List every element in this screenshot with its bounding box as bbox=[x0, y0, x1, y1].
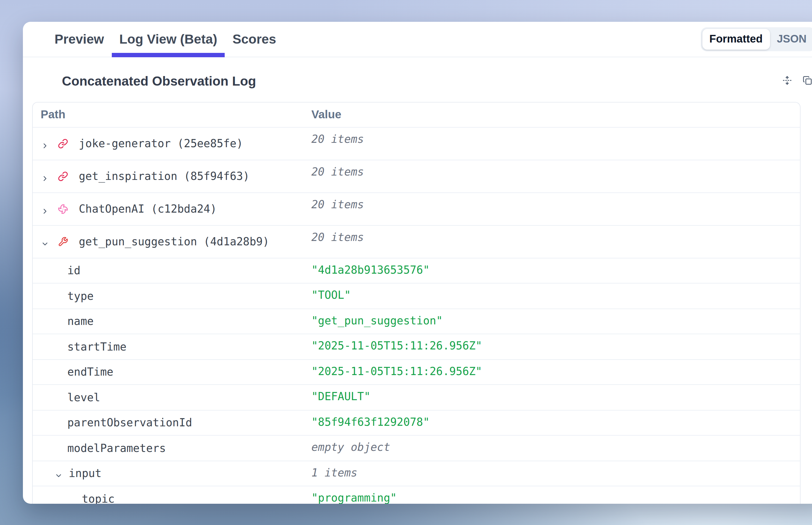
path-cell: input bbox=[32, 461, 311, 486]
trace-detail-panel: Preview Log View (Beta) Scores Formatted… bbox=[23, 22, 812, 504]
panel-header: Concatenated Observation Log bbox=[23, 57, 812, 89]
value-cell: "85f94f63f1292078" bbox=[311, 410, 800, 435]
value-cell: 20 items bbox=[311, 193, 800, 225]
table-row: parentObservationId"85f94f63f1292078" bbox=[32, 410, 800, 435]
chevron-down-icon[interactable] bbox=[41, 237, 49, 245]
tab-log-view[interactable]: Log View (Beta) bbox=[112, 22, 225, 57]
path-cell: topic bbox=[32, 486, 311, 504]
path-label: type bbox=[67, 289, 93, 303]
value-cell: 20 items bbox=[311, 160, 800, 192]
table-row[interactable]: get_pun_suggestion (4d1a28b9)20 items bbox=[32, 225, 800, 258]
value-cell: 1 items bbox=[311, 461, 800, 486]
path-label: modelParameters bbox=[67, 441, 166, 455]
path-label: input bbox=[69, 467, 101, 480]
path-label: get_inspiration (85f94f63) bbox=[79, 169, 250, 183]
table-row[interactable]: ChatOpenAI (c12bda24)20 items bbox=[32, 192, 800, 225]
observation-log-table: Path Value joke-generator (25ee85fe)20 i… bbox=[32, 102, 800, 504]
table-row: type"TOOL" bbox=[32, 283, 800, 308]
path-label: parentObservationId bbox=[67, 416, 192, 429]
column-header-value: Value bbox=[311, 108, 800, 121]
path-label: startTime bbox=[67, 340, 127, 353]
panel-title: Concatenated Observation Log bbox=[62, 73, 256, 89]
path-label: endTime bbox=[67, 365, 114, 379]
value-cell: "programming" bbox=[311, 486, 800, 504]
path-cell: startTime bbox=[32, 334, 311, 359]
toggle-formatted[interactable]: Formatted bbox=[702, 29, 770, 50]
unfold-vertical-button[interactable] bbox=[783, 76, 792, 86]
tab-preview[interactable]: Preview bbox=[55, 22, 112, 57]
path-label: get_pun_suggestion (4d1a28b9) bbox=[79, 235, 269, 248]
path-label: ChatOpenAI (c12bda24) bbox=[79, 202, 217, 215]
path-cell: type bbox=[32, 284, 311, 308]
path-label: joke-generator (25ee85fe) bbox=[79, 137, 243, 150]
copy-button[interactable] bbox=[803, 76, 812, 86]
value-cell: "4d1a28b913653576" bbox=[311, 258, 800, 283]
value-cell: "2025-11-05T15:11:26.956Z" bbox=[311, 334, 800, 359]
path-cell: level bbox=[32, 385, 311, 410]
table-row[interactable]: input1 items bbox=[32, 460, 800, 486]
path-label: name bbox=[67, 315, 93, 328]
path-cell: get_inspiration (85f94f63) bbox=[32, 160, 311, 192]
path-cell: joke-generator (25ee85fe) bbox=[32, 127, 311, 160]
chevron-right-icon[interactable] bbox=[41, 172, 49, 180]
table-row: endTime"2025-11-05T15:11:26.956Z" bbox=[32, 359, 800, 384]
path-cell: endTime bbox=[32, 360, 311, 384]
tab-bar: Preview Log View (Beta) Scores Formatted… bbox=[23, 22, 812, 57]
table-row[interactable]: joke-generator (25ee85fe)20 items bbox=[32, 127, 800, 160]
value-cell: "2025-11-05T15:11:26.956Z" bbox=[311, 360, 800, 384]
path-label: level bbox=[67, 391, 100, 404]
unfold-vertical-icon bbox=[783, 75, 792, 86]
chevron-right-icon[interactable] bbox=[41, 139, 49, 148]
link-icon bbox=[58, 138, 68, 149]
table-row: id"4d1a28b913653576" bbox=[32, 258, 800, 283]
table-row: modelParametersempty object bbox=[32, 435, 800, 460]
value-cell: 20 items bbox=[311, 225, 800, 258]
link-icon bbox=[58, 171, 68, 181]
value-cell: "TOOL" bbox=[311, 284, 800, 308]
path-label: topic bbox=[82, 492, 115, 504]
table-row: startTime"2025-11-05T15:11:26.956Z" bbox=[32, 334, 800, 359]
view-mode-toggle-group: Formatted JSON bbox=[700, 27, 812, 51]
path-cell: ChatOpenAI (c12bda24) bbox=[32, 193, 311, 225]
table-row: level"DEFAULT" bbox=[32, 384, 800, 410]
value-cell: "get_pun_suggestion" bbox=[311, 309, 800, 334]
path-cell: name bbox=[32, 309, 311, 334]
toggle-json[interactable]: JSON bbox=[770, 29, 812, 50]
table-header-row: Path Value bbox=[32, 102, 800, 127]
table-row[interactable]: get_inspiration (85f94f63)20 items bbox=[32, 160, 800, 192]
desktop-background: Preview Log View (Beta) Scores Formatted… bbox=[0, 0, 812, 525]
chevron-right-icon[interactable] bbox=[41, 205, 49, 213]
path-cell: parentObservationId bbox=[32, 410, 311, 435]
copy-icon bbox=[803, 75, 812, 86]
chevron-down-icon[interactable] bbox=[55, 469, 63, 478]
value-cell: 20 items bbox=[311, 127, 800, 160]
value-cell: empty object bbox=[311, 436, 800, 460]
table-body: joke-generator (25ee85fe)20 itemsget_ins… bbox=[32, 127, 800, 504]
table-row: topic"programming" bbox=[32, 486, 800, 504]
path-label: id bbox=[67, 264, 80, 277]
view-mode-toggle: Formatted JSON bbox=[700, 22, 812, 57]
fan-icon bbox=[58, 204, 68, 214]
path-cell: modelParameters bbox=[32, 436, 311, 460]
column-header-path: Path bbox=[32, 108, 311, 121]
value-cell: "DEFAULT" bbox=[311, 385, 800, 410]
wrench-icon bbox=[58, 236, 68, 247]
panel-actions bbox=[783, 76, 812, 86]
tab-scores[interactable]: Scores bbox=[225, 22, 284, 57]
path-cell: id bbox=[32, 258, 311, 283]
path-cell: get_pun_suggestion (4d1a28b9) bbox=[32, 225, 311, 258]
table-row: name"get_pun_suggestion" bbox=[32, 308, 800, 334]
